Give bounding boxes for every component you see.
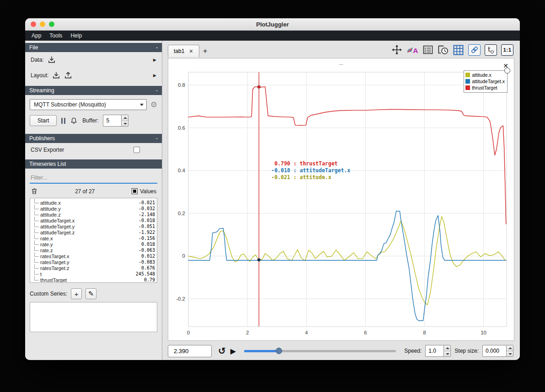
step-size-value[interactable]: 0.000	[482, 345, 506, 357]
load-layout-icon[interactable]	[52, 71, 60, 79]
filter-input[interactable]	[30, 173, 157, 184]
speed-value[interactable]: 1.0	[425, 345, 443, 357]
time-slider[interactable]	[244, 347, 396, 355]
custom-series-label: Custom Series:	[30, 291, 67, 297]
file-section-header[interactable]: File -	[25, 43, 162, 52]
transport-bar: 2.390 ↺ ▶ Speed: 1.0 Step size: 0.000	[162, 344, 520, 360]
streaming-source-value: MQTT Subscriber (Mosquitto)	[34, 101, 106, 108]
tab-label: tab1	[174, 48, 184, 54]
menu-app[interactable]: App	[28, 32, 45, 40]
edit-custom-series-button[interactable]: ✎	[85, 288, 96, 299]
bell-icon[interactable]	[70, 117, 78, 125]
menu-tools[interactable]: Tools	[46, 32, 66, 40]
curve-style-icon[interactable]: A	[406, 44, 418, 55]
start-button[interactable]: Start	[30, 115, 57, 126]
collapse-icon[interactable]: -	[156, 87, 158, 94]
legend-swatch	[465, 73, 470, 77]
timeseries-item[interactable]: rate.z-0.063	[32, 247, 155, 253]
streaming-section-title: Streaming	[29, 87, 54, 94]
load-data-icon[interactable]	[48, 56, 56, 64]
plot-panel[interactable]: ... ✕ attitude.x attitudeTarget.x thrust…	[168, 58, 514, 341]
data-expand-chevron[interactable]: ▶	[153, 58, 156, 62]
svg-text:6: 6	[364, 330, 367, 335]
time-offset-button[interactable]: tO	[485, 44, 497, 56]
csv-exporter-checkbox[interactable]	[134, 147, 140, 153]
legend-entry[interactable]: attitudeTarget.x	[465, 78, 505, 85]
buffer-spinner[interactable]: 5	[103, 115, 128, 127]
grid-view-icon[interactable]	[453, 44, 464, 56]
svg-text:0.2: 0.2	[178, 211, 185, 216]
pause-icon[interactable]	[61, 118, 65, 124]
legend-swatch	[465, 85, 470, 90]
streaming-section-header[interactable]: Streaming -	[25, 86, 162, 95]
tabbar: tab1 ✕ + A	[162, 41, 520, 57]
timeseries-item[interactable]: ratesTarget.x0.012	[32, 253, 155, 259]
loop-icon[interactable]: ↺	[218, 346, 226, 355]
slider-handle[interactable]	[276, 348, 282, 354]
timeseries-section-title: Timeseries List	[29, 161, 66, 167]
values-checkbox[interactable]	[132, 188, 138, 194]
list-view-icon[interactable]	[422, 44, 433, 55]
maximize-window-button[interactable]	[49, 21, 54, 27]
collapse-icon[interactable]: -	[156, 135, 158, 142]
speed-spinner[interactable]: 1.0	[425, 345, 451, 357]
timeseries-item[interactable]: attitudeTarget.y-0.051	[32, 223, 155, 229]
timeseries-item[interactable]: attitude.y-0.032	[32, 206, 155, 212]
ratio-button[interactable]: 1:1	[501, 44, 513, 56]
timeseries-item[interactable]: t245.548	[32, 271, 155, 277]
publishers-section-header[interactable]: Publishers -	[25, 134, 162, 143]
timeseries-item[interactable]: attitudeTarget.x-0.018	[32, 217, 155, 223]
save-layout-icon[interactable]	[64, 71, 72, 79]
spinner-arrows[interactable]	[443, 345, 451, 357]
data-row: Data: ▶	[25, 52, 162, 68]
buffer-value[interactable]: 5	[103, 115, 121, 127]
timeseries-item[interactable]: ratesTarget.z0.676	[32, 265, 155, 271]
speed-label: Speed:	[404, 348, 422, 354]
timeseries-item[interactable]: rate.x-0.156	[32, 235, 155, 241]
layout-label: Layout:	[31, 72, 48, 79]
close-window-button[interactable]	[31, 21, 36, 27]
chevron-down-icon	[140, 104, 144, 106]
link-axes-icon[interactable]	[468, 44, 481, 56]
timeseries-toolbar: 27 of 27 Values	[25, 184, 162, 198]
timeseries-section-header[interactable]: Timeseries List	[25, 159, 162, 169]
svg-text:-0.2: -0.2	[176, 296, 185, 302]
minimize-window-button[interactable]	[40, 21, 45, 27]
collapse-icon[interactable]: -	[156, 44, 158, 51]
timeseries-item[interactable]: attitude.x-0.021	[32, 200, 155, 206]
streaming-source-select[interactable]: MQTT Subscriber (Mosquitto)	[30, 99, 147, 110]
values-toggle[interactable]: Values	[132, 188, 156, 195]
legend-entry[interactable]: thrustTarget	[465, 85, 505, 91]
plot-close-icon[interactable]: ✕	[503, 62, 508, 69]
spinner-arrows[interactable]	[121, 115, 128, 127]
add-tab-button[interactable]: +	[199, 47, 211, 57]
streaming-controls: Start Buffer: 5	[25, 112, 162, 131]
step-size-spinner[interactable]: 0.000	[482, 345, 513, 357]
plot-chart[interactable]: 0246810-0.200.20.40.60.8 0.790 : thrustT…	[168, 67, 514, 340]
add-custom-series-button[interactable]: +	[71, 288, 82, 299]
menu-help[interactable]: Help	[67, 32, 85, 40]
custom-series-list[interactable]	[30, 302, 157, 332]
gear-icon[interactable]: ⚙	[150, 101, 157, 109]
tab-close-icon[interactable]: ✕	[189, 48, 193, 54]
svg-text:0.790 : thrustTarget: 0.790 : thrustTarget	[271, 160, 337, 167]
pan-zoom-icon[interactable]	[391, 44, 402, 55]
timeseries-item[interactable]: ratesTarget.y-0.083	[32, 259, 155, 265]
play-icon[interactable]: ▶	[230, 347, 236, 355]
layout-expand-chevron[interactable]: ▶	[153, 73, 156, 78]
trash-icon[interactable]	[31, 187, 38, 195]
svg-text:4: 4	[305, 330, 308, 335]
legend-entry[interactable]: attitude.x	[465, 72, 505, 78]
timeseries-item[interactable]: attitudeTarget.z-1.922	[32, 229, 155, 235]
current-time-field[interactable]: 2.390	[168, 345, 212, 357]
svg-text:A: A	[413, 47, 418, 54]
plot-title: ...	[168, 58, 514, 67]
svg-text:10: 10	[481, 330, 486, 335]
time-tracker-icon[interactable]	[438, 44, 449, 55]
plot-legend: attitude.x attitudeTarget.x thrustTarget	[464, 70, 508, 93]
spinner-arrows[interactable]	[506, 345, 513, 357]
timeseries-item[interactable]: attitude.z-2.148	[32, 212, 155, 217]
tab-tab1[interactable]: tab1 ✕	[168, 45, 199, 57]
timeseries-item[interactable]: rate.y0.018	[32, 241, 155, 247]
timeseries-item[interactable]: thrustTarget0.79	[32, 277, 155, 283]
